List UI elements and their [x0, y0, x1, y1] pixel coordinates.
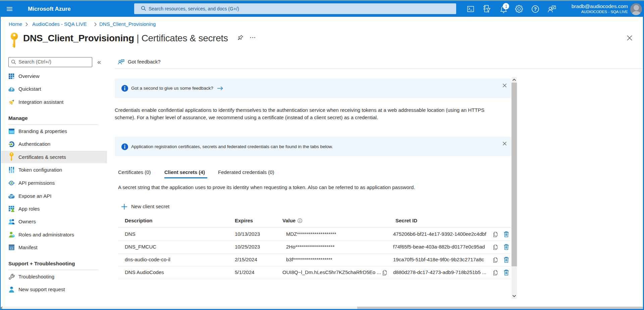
- svg-text:WWW: WWW: [9, 131, 14, 133]
- svg-text:{ }: { }: [10, 247, 13, 250]
- svg-text:?: ?: [534, 6, 537, 12]
